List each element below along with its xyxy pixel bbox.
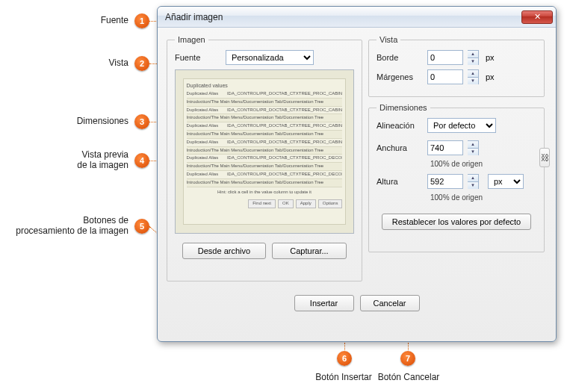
window-title: Añadir imagen <box>165 12 521 22</box>
image-preview: Duplicated values Duplicated Alias IDA_C… <box>175 69 354 234</box>
margenes-input[interactable] <box>427 69 463 84</box>
annotation-label-3: Dimensiones <box>0 116 128 126</box>
alineacion-label: Alineación <box>377 121 423 130</box>
chevron-up-icon[interactable]: ▲ <box>468 51 478 58</box>
dimensiones-group: Dimensiones Alineación Por defecto Anchu… <box>368 103 545 252</box>
borde-unit: px <box>486 53 495 62</box>
insertar-button[interactable]: Insertar <box>294 295 354 311</box>
link-aspect-icon[interactable]: ⛓ <box>539 148 550 167</box>
add-image-dialog: Añadir imagen ✕ Imagen Fuente Personaliz… <box>157 6 557 342</box>
altura-input[interactable] <box>427 174 463 189</box>
image-preview-content: Duplicated values Duplicated Alias IDA_C… <box>183 78 347 225</box>
altura-note: 100% de origen <box>377 193 536 202</box>
capturar-button[interactable]: Capturar... <box>272 243 347 259</box>
chevron-down-icon[interactable]: ▼ <box>468 149 478 155</box>
anchura-note: 100% de origen <box>377 160 536 168</box>
annotation-label-7: Botón Cancelar <box>375 372 442 382</box>
anchura-spinner[interactable]: ▲▼ <box>468 140 479 155</box>
chevron-up-icon[interactable]: ▲ <box>468 70 478 78</box>
borde-input[interactable] <box>427 50 463 65</box>
annotation-bullet-1: 1 <box>134 13 149 28</box>
anchura-label: Anchura <box>377 143 423 152</box>
close-icon: ✕ <box>534 12 541 21</box>
borde-spinner[interactable]: ▲▼ <box>468 50 479 65</box>
reset-defaults-button[interactable]: Restablecer los valores por defecto <box>382 214 531 230</box>
annotation-bullet-3: 3 <box>134 114 149 129</box>
titlebar[interactable]: Añadir imagen ✕ <box>158 7 556 28</box>
chevron-down-icon[interactable]: ▼ <box>468 58 478 65</box>
fuente-label: Fuente <box>175 53 221 62</box>
desde-archivo-button[interactable]: Desde archivo <box>182 243 266 259</box>
annotation-label-1: Fuente <box>0 15 128 25</box>
vista-group: Vista Borde ▲▼ px Márgenes ▲▼ px <box>368 35 545 97</box>
annotation-bullet-2: 2 <box>134 56 149 71</box>
annotation-label-4: Vista previa de la imagen <box>0 149 128 170</box>
close-button[interactable]: ✕ <box>521 10 553 24</box>
margenes-label: Márgenes <box>377 72 423 81</box>
annotation-bullet-6: 6 <box>337 351 352 366</box>
dimensiones-legend: Dimensiones <box>377 103 430 112</box>
annotation-bullet-5: 5 <box>134 219 149 234</box>
alineacion-select[interactable]: Por defecto <box>427 118 496 133</box>
chevron-down-icon[interactable]: ▼ <box>468 182 478 189</box>
chevron-up-icon[interactable]: ▲ <box>468 141 478 149</box>
vista-legend: Vista <box>377 35 400 44</box>
margenes-spinner[interactable]: ▲▼ <box>468 69 479 84</box>
annotation-bullet-4: 4 <box>134 153 149 168</box>
imagen-legend: Imagen <box>175 35 208 44</box>
chevron-down-icon[interactable]: ▼ <box>468 78 478 84</box>
annotation-label-6: Botón Insertar <box>310 372 377 382</box>
altura-label: Altura <box>377 177 423 186</box>
annotation-label-2: Vista <box>0 57 128 68</box>
borde-label: Borde <box>377 53 423 62</box>
annotation-label-5: Botones de procesamiento de la imagen <box>0 215 128 236</box>
annotation-bullet-7: 7 <box>400 351 415 366</box>
cancelar-button[interactable]: Cancelar <box>360 295 420 311</box>
anchura-input[interactable] <box>427 140 463 155</box>
altura-unit-select[interactable]: px <box>488 174 524 189</box>
altura-spinner[interactable]: ▲▼ <box>468 174 479 189</box>
margenes-unit: px <box>486 72 495 81</box>
imagen-group: Imagen Fuente Personalizada Duplicated v… <box>167 35 362 281</box>
chevron-up-icon[interactable]: ▲ <box>468 175 478 182</box>
fuente-select[interactable]: Personalizada <box>226 50 314 65</box>
